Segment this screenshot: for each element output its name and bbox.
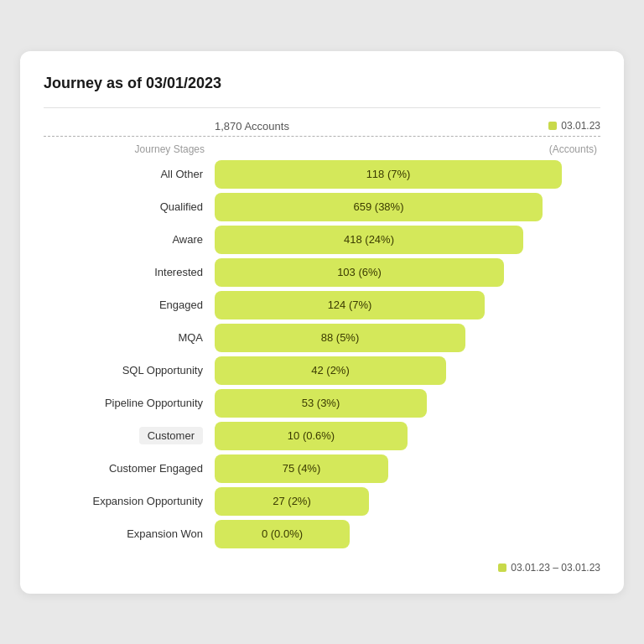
chart-row: Interested103 (6%) <box>44 258 600 287</box>
bar: 124 (7%) <box>215 291 485 319</box>
chart-row: Pipeline Opportunity53 (3%) <box>44 389 600 418</box>
chart-row: Customer Engaged75 (4%) <box>44 454 600 483</box>
chart-row: Expansion Opportunity27 (2%) <box>44 487 600 516</box>
bar-container: 53 (3%) <box>215 389 600 418</box>
bar-container: 27 (2%) <box>215 487 600 516</box>
stage-label-bg: Customer <box>139 427 203 444</box>
accounts-label: 1,870 Accounts <box>215 120 548 132</box>
stage-label: Interested <box>44 266 215 278</box>
footer-legend: 03.01.23 – 03.01.23 <box>498 562 600 574</box>
bar-container: 659 (38%) <box>215 193 600 221</box>
bar: 418 (24%) <box>215 226 523 254</box>
bar-container: 0 (0.0%) <box>215 520 600 548</box>
stage-label: Aware <box>44 233 215 246</box>
bar-container: 42 (2%) <box>215 356 600 385</box>
stage-label: SQL Opportunity <box>44 364 215 377</box>
chart-row: All Other118 (7%) <box>44 160 600 189</box>
bar-container: 75 (4%) <box>215 454 600 483</box>
stage-label: Pipeline Opportunity <box>44 397 215 409</box>
chart-row: Engaged124 (7%) <box>44 291 600 319</box>
bar: 88 (5%) <box>215 324 465 352</box>
stage-label: Engaged <box>44 299 215 311</box>
stage-label: MQA <box>44 331 215 344</box>
legend-dot <box>548 122 557 130</box>
date-legend-item: 03.01.23 <box>548 120 600 132</box>
dashed-divider <box>44 136 600 137</box>
stage-label: Expansion Opportunity <box>44 495 215 507</box>
chart-row: Expansion Won0 (0.0%) <box>44 520 600 548</box>
accounts-col-header: (Accounts) <box>215 143 600 155</box>
bar: 53 (3%) <box>215 389 427 418</box>
date-legend-label: 03.01.23 <box>561 120 600 132</box>
bar-container: 88 (5%) <box>215 324 600 352</box>
bar: 10 (0.6%) <box>215 422 408 450</box>
bar: 75 (4%) <box>215 454 388 483</box>
stage-label: Qualified <box>44 200 215 213</box>
bar: 103 (6%) <box>215 258 504 287</box>
bar: 659 (38%) <box>215 193 543 221</box>
sub-header-row: Journey Stages (Accounts) <box>44 143 600 155</box>
stage-label: Expansion Won <box>44 527 215 540</box>
chart-row: Qualified659 (38%) <box>44 193 600 221</box>
chart-row: Aware418 (24%) <box>44 226 600 254</box>
chart-area: All Other118 (7%)Qualified659 (38%)Aware… <box>44 160 600 548</box>
divider <box>44 107 600 108</box>
bar-container: 10 (0.6%) <box>215 422 600 450</box>
stage-col-header: Journey Stages <box>44 143 215 155</box>
card-title: Journey as of 03/01/2023 <box>44 75 600 92</box>
footer-legend-label: 03.01.23 – 03.01.23 <box>511 562 600 574</box>
chart-row: MQA88 (5%) <box>44 324 600 352</box>
chart-row: Customer10 (0.6%) <box>44 422 600 450</box>
stage-label: Customer <box>44 427 215 444</box>
bar: 27 (2%) <box>215 487 369 516</box>
stage-label: All Other <box>44 168 215 180</box>
footer-row: 03.01.23 – 03.01.23 <box>44 562 600 574</box>
chart-row: SQL Opportunity42 (2%) <box>44 356 600 385</box>
bar: 42 (2%) <box>215 356 446 385</box>
bar: 0 (0.0%) <box>215 520 350 548</box>
bar-container: 124 (7%) <box>215 291 600 319</box>
header-row: 1,870 Accounts 03.01.23 <box>44 120 600 132</box>
bar-container: 418 (24%) <box>215 226 600 254</box>
footer-legend-dot <box>498 564 506 572</box>
bar-container: 103 (6%) <box>215 258 600 287</box>
stage-label: Customer Engaged <box>44 462 215 475</box>
journey-card: Journey as of 03/01/2023 1,870 Accounts … <box>20 51 624 594</box>
bar-container: 118 (7%) <box>215 160 600 189</box>
bar: 118 (7%) <box>215 160 562 189</box>
